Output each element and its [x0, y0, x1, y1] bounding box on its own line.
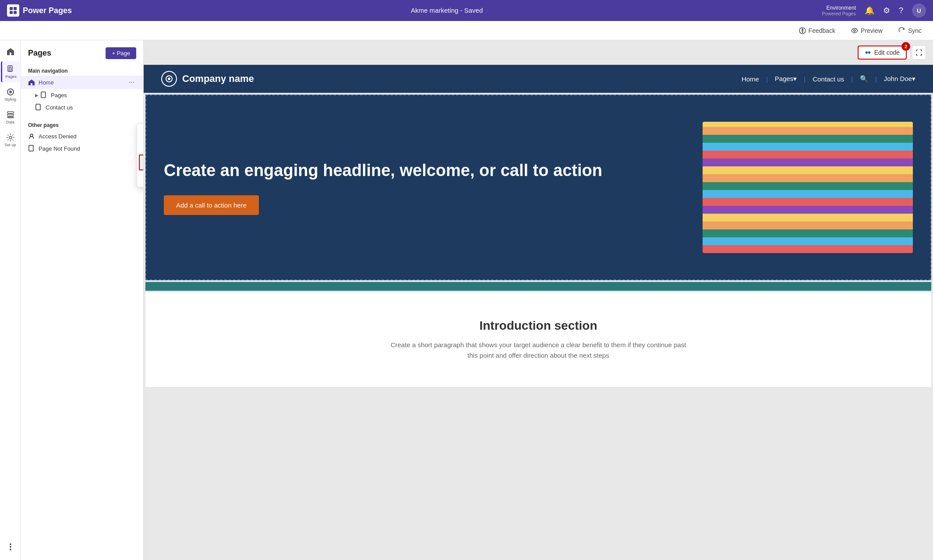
nav-user-link[interactable]: John Doe▾: [884, 75, 915, 83]
fullscreen-button[interactable]: [912, 46, 926, 60]
home-item-menu[interactable]: ···: [127, 78, 136, 86]
intro-section-title: Introduction section: [163, 319, 914, 333]
context-duplicate[interactable]: Duplicate: [137, 171, 144, 185]
topbar: Power Pages Akme marketing - Saved Envir…: [0, 0, 933, 21]
context-menu: Add a new subpage Page settings 1 Edit c…: [137, 123, 144, 187]
content-area: Edit code 2: [144, 40, 933, 560]
site-nav: Company name Home | Pages▾ | Contact us …: [144, 65, 933, 93]
edit-code-badge: 2: [901, 42, 910, 51]
sidebar-item-styling[interactable]: Styling: [1, 84, 20, 105]
svg-rect-1: [14, 7, 17, 10]
site-hero-text: Create an engaging headline, welcome, or…: [164, 160, 685, 215]
sidebar-bottom: [1, 539, 20, 560]
svg-point-14: [10, 549, 11, 550]
nav-search-icon[interactable]: 🔍: [860, 75, 868, 83]
add-page-button[interactable]: + Page: [106, 47, 136, 59]
help-icon[interactable]: ?: [899, 6, 903, 15]
pages-panel-title: Pages: [28, 49, 51, 58]
other-pages-title: Other pages: [21, 119, 143, 130]
svg-rect-3: [14, 11, 17, 14]
nav-link-contact[interactable]: Contact us: [813, 75, 844, 83]
site-logo-icon: [165, 74, 173, 83]
svg-rect-2: [10, 11, 13, 14]
svg-rect-15: [41, 92, 46, 98]
more-icon: [6, 542, 15, 551]
feedback-icon: [799, 27, 806, 34]
data-icon: [6, 110, 15, 119]
svg-point-11: [9, 136, 12, 139]
nav-item-access-denied[interactable]: Access Denied: [21, 130, 143, 142]
pages-icon: [7, 65, 15, 74]
feedback-label: Feedback: [809, 27, 835, 34]
app-name: Power Pages: [23, 6, 72, 15]
site-hero-cta-button[interactable]: Add a call to action here: [164, 195, 259, 215]
svg-point-4: [854, 30, 855, 32]
sync-label: Sync: [908, 27, 922, 34]
svg-rect-10: [7, 117, 14, 118]
nav-item-pages[interactable]: ▶ Pages: [21, 89, 143, 101]
site-save-status: Akme marketing - Saved: [411, 7, 483, 14]
vscode-icon: [865, 49, 872, 56]
svg-point-17: [30, 134, 33, 137]
sync-icon: [898, 27, 905, 34]
website-preview: Company name Home | Pages▾ | Contact us …: [144, 65, 933, 560]
site-hero-image: [703, 122, 913, 253]
edit-code-bar: Edit code 2: [858, 46, 907, 60]
svg-rect-6: [9, 67, 11, 71]
context-page-settings[interactable]: Page settings 1: [137, 140, 144, 154]
svg-point-30: [168, 77, 170, 80]
sidebar-item-pages[interactable]: Pages: [1, 61, 20, 82]
pages-panel-header: Pages + Page: [21, 46, 143, 64]
site-nav-links: Home | Pages▾ | Contact us | 🔍 | John Do…: [742, 75, 915, 83]
icon-sidebar: Pages Styling Data Set up: [0, 40, 21, 560]
svg-rect-9: [7, 114, 14, 116]
user-avatar[interactable]: U: [912, 4, 926, 18]
svg-rect-8: [7, 112, 14, 113]
fullscreen-icon: [916, 49, 922, 56]
preview-icon: [851, 27, 858, 34]
pages-nav-label: Pages: [51, 92, 67, 99]
site-intro-section: Introduction section Create a short para…: [145, 292, 931, 387]
sidebar-item-setup[interactable]: Set up: [1, 130, 20, 151]
nav-link-pages[interactable]: Pages▾: [775, 75, 797, 83]
edit-code-button[interactable]: Edit code 2: [858, 46, 907, 60]
page-icon: [40, 92, 47, 99]
notification-icon[interactable]: 🔔: [865, 6, 874, 15]
topbar-right: Environment Powered Pages 🔔 ⚙ ? U: [822, 4, 926, 18]
svg-rect-16: [36, 104, 40, 110]
svg-rect-18: [29, 145, 33, 151]
sidebar-data-label: Data: [6, 120, 14, 124]
svg-point-13: [10, 546, 11, 548]
feedback-button[interactable]: Feedback: [795, 25, 840, 36]
page-not-found-label: Page Not Found: [39, 145, 80, 152]
nav-link-home[interactable]: Home: [742, 75, 759, 83]
nav-item-page-not-found[interactable]: Page Not Found: [21, 142, 143, 155]
sidebar-item-data[interactable]: Data: [1, 107, 20, 128]
app-logo: Power Pages: [7, 4, 72, 17]
sidebar-item-home[interactable]: [1, 44, 20, 60]
access-denied-label: Access Denied: [39, 133, 77, 140]
sidebar-more-button[interactable]: [1, 539, 20, 555]
settings-icon[interactable]: ⚙: [883, 6, 890, 15]
styling-icon: [6, 88, 15, 96]
home-nav-label: Home: [39, 79, 54, 86]
context-add-subpage[interactable]: Add a new subpage: [137, 126, 144, 140]
nav-item-contact[interactable]: Contact us: [21, 101, 143, 113]
secondbar: Feedback Preview Sync: [0, 21, 933, 40]
contact-page-icon: [35, 104, 42, 111]
sidebar-styling-label: Styling: [4, 97, 16, 102]
sync-button[interactable]: Sync: [894, 25, 926, 36]
preview-button[interactable]: Preview: [847, 25, 887, 36]
hero-image-graphic: [703, 122, 913, 253]
page-not-found-icon: [28, 145, 35, 152]
pages-chevron-icon: ▶: [35, 93, 39, 98]
access-denied-icon: [28, 133, 35, 140]
nav-item-home[interactable]: Home ···: [21, 76, 143, 89]
setup-icon: [6, 133, 15, 142]
site-logo-circle: [161, 71, 177, 87]
intro-section-body: Create a short paragraph that shows your…: [385, 340, 692, 361]
svg-rect-0: [10, 7, 13, 10]
preview-label: Preview: [861, 27, 883, 34]
context-edit-code[interactable]: Edit code: [139, 155, 144, 170]
secondbar-actions: Feedback Preview Sync: [795, 25, 926, 36]
